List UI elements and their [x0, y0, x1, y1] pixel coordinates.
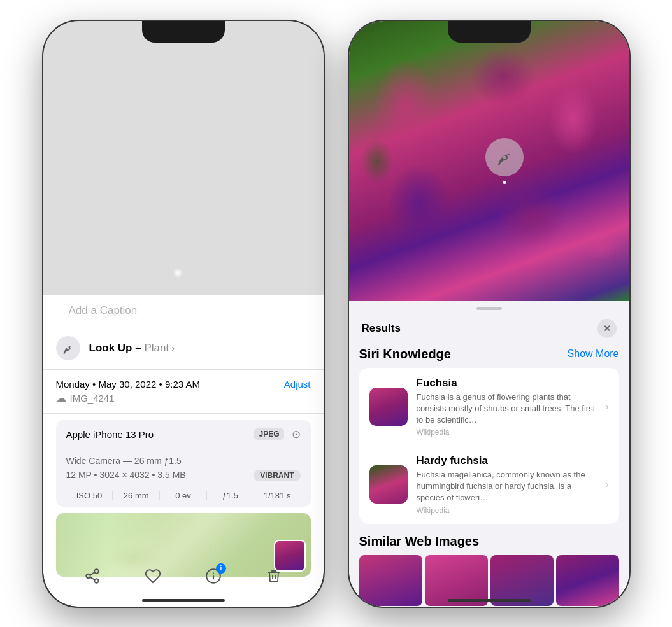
- knowledge-item-fuchsia[interactable]: Fuchsia Fuchsia is a genus of flowering …: [359, 368, 619, 446]
- date-text: Monday • May 30, 2022 • 9:23 AM: [56, 379, 200, 390]
- focal-spec: 26 mm: [113, 491, 160, 500]
- vlu-leaf-icon: [495, 148, 514, 167]
- flower-photo-right[interactable]: [349, 21, 629, 301]
- lens-info: Wide Camera — 26 mm ƒ1.5: [66, 456, 301, 466]
- camera-name: Apple iPhone 13 Pro: [66, 429, 154, 440]
- home-indicator-left: [142, 599, 225, 602]
- tech-specs: ISO 50 26 mm 0 ev ƒ1.5 1/181 s: [66, 484, 301, 500]
- hardy-chevron: ›: [605, 479, 608, 490]
- aperture-spec: ƒ1.5: [207, 491, 254, 500]
- bottom-toolbar: i: [43, 558, 324, 594]
- camera-section: Apple iPhone 13 Pro JPEG ⊙ Wide Camera —…: [56, 420, 311, 507]
- similar-images-title: Similar Web Images: [359, 534, 480, 549]
- fuchsia-chevron: ›: [605, 401, 608, 412]
- results-header: Results ✕: [349, 316, 629, 347]
- fuchsia-source: Wikipedia: [417, 428, 601, 437]
- similar-images-section: Similar Web Images: [349, 534, 629, 607]
- format-badge: JPEG: [254, 428, 283, 440]
- leaf-icon: [61, 341, 75, 355]
- results-title: Results: [362, 322, 401, 335]
- camera-header: Apple iPhone 13 Pro JPEG ⊙: [56, 420, 311, 449]
- results-panel: Results ✕ Siri Knowledge Show More Fuchs…: [349, 301, 629, 607]
- flower-photo-left[interactable]: [43, 21, 324, 295]
- vibrant-badge: VIBRANT: [254, 470, 300, 481]
- resolution-info: 12 MP • 3024 × 4032 • 3.5 MB VIBRANT: [66, 470, 301, 480]
- info-badge: i: [216, 563, 226, 574]
- lookup-chevron: ›: [171, 342, 175, 353]
- hardy-content: Hardy fuchsia Fuchsia magellanica, commo…: [417, 454, 601, 515]
- right-screen: Results ✕ Siri Knowledge Show More Fuchs…: [349, 21, 629, 607]
- home-indicator-right: [448, 599, 531, 602]
- iso-spec: ISO 50: [66, 491, 113, 500]
- lookup-icon: [56, 336, 80, 360]
- metadata-section: Monday • May 30, 2022 • 9:23 AM Adjust ☁…: [43, 370, 324, 414]
- fuchsia-thumbnail: [369, 388, 408, 426]
- camera-details: Wide Camera — 26 mm ƒ1.5 12 MP • 3024 × …: [56, 449, 311, 507]
- siri-knowledge-header: Siri Knowledge Show More: [359, 347, 619, 362]
- fuchsia-name: Fuchsia: [417, 377, 601, 390]
- knowledge-card: Fuchsia Fuchsia is a genus of flowering …: [359, 368, 619, 524]
- info-button[interactable]: i: [202, 565, 225, 588]
- notch-right: [448, 21, 531, 43]
- left-phone: Add a Caption Look Up – Plant› Monday • …: [43, 21, 324, 607]
- lookup-section[interactable]: Look Up – Plant›: [43, 327, 324, 370]
- caption-area[interactable]: Add a Caption: [43, 295, 324, 327]
- fuchsia-content: Fuchsia Fuchsia is a genus of flowering …: [417, 377, 601, 437]
- caption-placeholder[interactable]: Add a Caption: [69, 304, 138, 316]
- favorite-button[interactable]: [141, 565, 164, 588]
- ev-spec: 0 ev: [160, 491, 207, 500]
- delete-button[interactable]: [262, 565, 285, 588]
- similar-images-header: Similar Web Images: [359, 534, 619, 549]
- visual-lookup-button[interactable]: [485, 138, 524, 176]
- close-button[interactable]: ✕: [597, 319, 617, 338]
- lookup-text: Look Up – Plant›: [89, 342, 175, 355]
- show-more-button[interactable]: Show More: [568, 348, 619, 360]
- camera-header-right: JPEG ⊙: [254, 428, 300, 441]
- share-button[interactable]: [81, 565, 104, 588]
- hardy-source: Wikipedia: [417, 506, 601, 515]
- filename: IMG_4241: [70, 393, 115, 404]
- fuchsia-desc: Fuchsia is a genus of flowering plants t…: [417, 391, 601, 426]
- hardy-desc: Fuchsia magellanica, commonly known as t…: [417, 469, 601, 504]
- hardy-name: Hardy fuchsia: [417, 454, 601, 467]
- cloud-icon: ☁: [56, 392, 66, 404]
- notch: [142, 21, 225, 43]
- knowledge-item-hardy[interactable]: Hardy fuchsia Fuchsia magellanica, commo…: [359, 446, 619, 524]
- similar-image-1[interactable]: [359, 555, 422, 606]
- hardy-thumbnail: [369, 465, 408, 504]
- vlu-dot: [503, 181, 506, 184]
- right-phone: Results ✕ Siri Knowledge Show More Fuchs…: [349, 21, 629, 607]
- location-icon: ⊙: [292, 428, 301, 441]
- siri-knowledge-title: Siri Knowledge: [359, 347, 451, 362]
- siri-knowledge-section: Siri Knowledge Show More Fuchsia Fuchsia…: [349, 347, 629, 534]
- left-screen: Add a Caption Look Up – Plant› Monday • …: [43, 21, 324, 607]
- adjust-button[interactable]: Adjust: [284, 379, 311, 390]
- similar-image-4[interactable]: [556, 555, 619, 606]
- shutter-spec: 1/181 s: [254, 491, 301, 500]
- drag-handle: [476, 307, 502, 310]
